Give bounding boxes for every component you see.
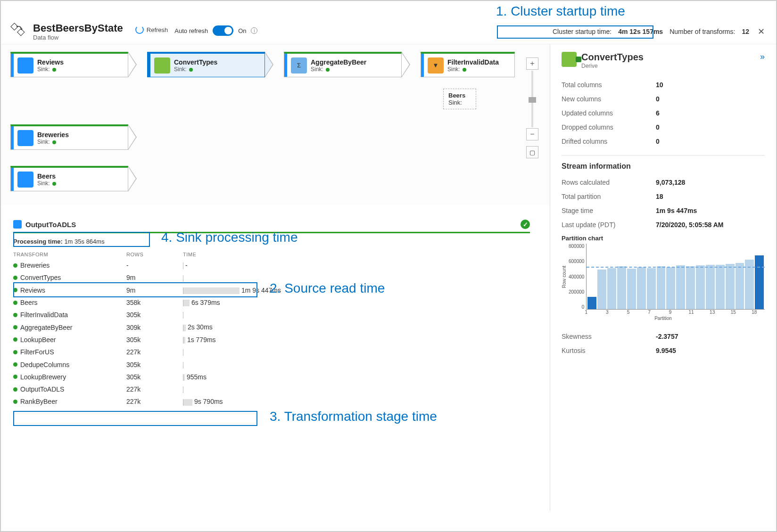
- chart-bar: [696, 265, 705, 309]
- table-row[interactable]: AggregateByBeer309k 2s 30ms: [13, 321, 530, 333]
- close-icon[interactable]: ✕: [756, 26, 767, 37]
- chart-yaxis: 8000006000004000002000000: [569, 244, 586, 310]
- sink-label: Sink:: [37, 139, 50, 145]
- chart-bar: [706, 265, 715, 310]
- cluster-startup-value: 4m 12s 157ms: [618, 28, 663, 35]
- chart-bar: [597, 270, 606, 309]
- zoom-in-button[interactable]: +: [526, 57, 538, 70]
- kv-val: 6: [656, 109, 660, 117]
- kv-val: 10: [656, 81, 663, 89]
- auto-refresh-label: Auto refresh: [174, 27, 208, 34]
- kv-key: Skewness: [562, 333, 656, 340]
- table-row[interactable]: ConvertTypes9m: [13, 271, 530, 284]
- node-label: ConvertTypes: [174, 58, 257, 66]
- sink-label: Sink:: [37, 66, 50, 73]
- kv-key: Dropped columns: [562, 123, 656, 131]
- zoom-out-button[interactable]: −: [526, 128, 538, 140]
- properties-panel: ConvertTypes Derive » Total columns10 Ne…: [550, 44, 776, 511]
- svg-rect-1: [17, 29, 25, 36]
- partition-chart: Partition chart Row count 80000060000040…: [562, 235, 765, 321]
- sink-label: Sink:: [447, 66, 460, 73]
- chart-bar: [716, 265, 725, 310]
- col-transform: TRANSFORM: [13, 252, 126, 257]
- auto-refresh-toggle[interactable]: [213, 25, 233, 36]
- chart-bar: [666, 267, 675, 309]
- cluster-startup-label: Cluster startup time:: [553, 28, 612, 35]
- filter-icon: ▼: [428, 57, 444, 74]
- kv-val: -2.3757: [656, 333, 678, 340]
- dataflow-icon: [10, 23, 26, 40]
- stream-info-heading: Stream information: [562, 162, 765, 171]
- table-row[interactable]: LookupBeer305k 1s 779ms: [13, 334, 530, 346]
- kv-key: New columns: [562, 95, 656, 103]
- dataflow-subtitle: Data flow: [33, 34, 123, 41]
- table-row[interactable]: Reviews9m 1m 9s 447ms: [13, 284, 530, 296]
- annotation-1: 1. Cluster startup time: [496, 4, 625, 19]
- derive-icon: [562, 52, 577, 67]
- kv-val: 7/20/2020, 5:05:58 AM: [656, 221, 723, 229]
- sink-icon: [13, 220, 22, 229]
- derive-icon: [154, 57, 170, 74]
- kv-val: 0: [656, 138, 660, 145]
- transforms-label: Number of transforms:: [670, 28, 735, 35]
- sink-label: Sink:: [174, 66, 187, 73]
- table-row[interactable]: Beers358k 6s 379ms: [13, 296, 530, 309]
- props-subtitle: Derive: [581, 63, 644, 69]
- aggregate-icon: Σ: [291, 57, 307, 74]
- dataflow-title: BestBeersByState: [33, 23, 123, 34]
- info-icon[interactable]: i: [251, 27, 257, 34]
- source-icon: [17, 172, 33, 188]
- chart-bar: [686, 266, 695, 309]
- chart-bar: [676, 265, 685, 309]
- table-row[interactable]: FilterForUS227k: [13, 346, 530, 358]
- table-row[interactable]: DedupeColumns305k: [13, 358, 530, 370]
- node-aggregate[interactable]: Σ AggregateByBeer Sink:: [284, 52, 402, 77]
- table-row[interactable]: FilterInvalidData305k: [13, 309, 530, 321]
- zoom-slider[interactable]: [531, 71, 533, 127]
- refresh-icon: [135, 25, 144, 34]
- chart-bars: [586, 244, 765, 310]
- sub-node-beers[interactable]: Beers Sink:: [443, 89, 476, 109]
- sink-label: Sink:: [448, 99, 462, 106]
- collapse-chevron-icon[interactable]: »: [760, 52, 765, 62]
- zoom-control: + − ▢: [525, 57, 539, 158]
- table-row[interactable]: Breweries- -: [13, 259, 530, 271]
- table-row[interactable]: RankByBeer227k 9s 790ms: [13, 395, 530, 408]
- node-label: FilterInvalidData: [447, 58, 507, 66]
- zoom-fit-button[interactable]: ▢: [526, 146, 538, 158]
- refresh-button[interactable]: Refresh: [135, 23, 168, 34]
- chart-bar: [637, 267, 646, 309]
- node-convert-types[interactable]: ConvertTypes Sink:: [147, 52, 265, 77]
- refresh-label: Refresh: [147, 26, 168, 33]
- kv-key: Total columns: [562, 81, 656, 89]
- kv-val: 9.9545: [656, 347, 676, 354]
- kv-val: 1m 9s 447ms: [656, 207, 697, 214]
- node-beers[interactable]: Beers Sink:: [10, 166, 128, 191]
- node-label: AggregateByBeer: [311, 58, 394, 66]
- col-time: TIME: [183, 252, 530, 257]
- node-breweries[interactable]: Breweries Sink:: [10, 124, 128, 150]
- kv-val: 18: [656, 193, 663, 200]
- kv-val: 0: [656, 123, 660, 131]
- chart-bar: [607, 268, 616, 310]
- node-label: Reviews: [37, 58, 120, 66]
- chart-bar: [736, 263, 744, 309]
- node-filter[interactable]: ▼ FilterInvalidData Sink:: [421, 52, 515, 77]
- props-title: ConvertTypes: [581, 52, 644, 63]
- sink-title: OutputToADLS: [25, 221, 76, 229]
- table-row[interactable]: OutputToADLS227k: [13, 383, 530, 395]
- chart-xaxis: 1357911131518: [562, 310, 765, 315]
- chart-bar: [587, 297, 596, 309]
- kv-key: Rows calculated: [562, 179, 656, 186]
- chart-ylabel: Row count: [562, 266, 567, 288]
- table-row[interactable]: LookupBrewery305k 955ms: [13, 371, 530, 383]
- kv-key: Total partition: [562, 193, 656, 200]
- chart-bar: [755, 255, 764, 309]
- sink-label: Sink:: [37, 180, 50, 187]
- node-label: Breweries: [37, 131, 120, 139]
- kv-key: Stage time: [562, 207, 656, 214]
- kv-val: 0: [656, 95, 660, 103]
- node-label: Beers: [448, 92, 465, 99]
- chart-bar: [657, 266, 666, 309]
- node-reviews[interactable]: Reviews Sink:: [10, 52, 128, 77]
